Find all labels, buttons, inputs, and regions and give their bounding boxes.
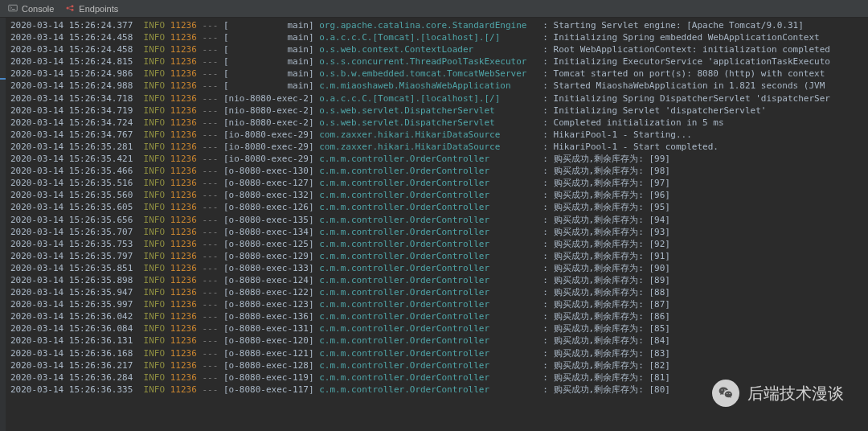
log-line: 2020-03-14 15:26:35.707 INFO 11236 --- [… xyxy=(10,226,868,238)
console-output[interactable]: 2020-03-14 15:26:24.377 INFO 11236 --- [… xyxy=(6,18,868,431)
log-line: 2020-03-14 15:26:36.042 INFO 11236 --- [… xyxy=(10,310,868,322)
svg-point-1 xyxy=(67,6,69,9)
tab-console[interactable]: Console xyxy=(8,3,54,14)
log-line: 2020-03-14 15:26:36.168 INFO 11236 --- [… xyxy=(10,347,868,359)
log-line: 2020-03-14 15:26:34.719 INFO 11236 --- [… xyxy=(10,105,868,117)
log-line: 2020-03-14 15:26:35.947 INFO 11236 --- [… xyxy=(10,286,868,298)
log-line: 2020-03-14 15:26:34.724 INFO 11236 --- [… xyxy=(10,117,868,129)
svg-point-2 xyxy=(72,5,74,7)
log-line: 2020-03-14 15:26:36.217 INFO 11236 --- [… xyxy=(10,359,868,371)
log-line: 2020-03-14 15:26:34.767 INFO 11236 --- [… xyxy=(10,129,868,141)
log-line: 2020-03-14 15:26:35.560 INFO 11236 --- [… xyxy=(10,189,868,201)
log-line: 2020-03-14 15:26:35.605 INFO 11236 --- [… xyxy=(10,201,868,213)
log-line: 2020-03-14 15:26:24.986 INFO 11236 --- [… xyxy=(10,68,868,80)
log-line: 2020-03-14 15:26:36.284 INFO 11236 --- [… xyxy=(10,371,868,384)
log-line: 2020-03-14 15:26:35.851 INFO 11236 --- [… xyxy=(10,262,868,274)
log-line: 2020-03-14 15:26:35.421 INFO 11236 --- [… xyxy=(10,153,868,165)
log-line: 2020-03-14 15:26:36.084 INFO 11236 --- [… xyxy=(10,322,868,335)
tab-console-label: Console xyxy=(22,4,54,14)
log-line: 2020-03-14 15:26:35.797 INFO 11236 --- [… xyxy=(10,250,868,262)
log-line: 2020-03-14 15:26:24.988 INFO 11236 --- [… xyxy=(10,80,868,92)
log-line: 2020-03-14 15:26:24.377 INFO 11236 --- [… xyxy=(10,19,868,31)
console-icon xyxy=(8,3,18,14)
log-line: 2020-03-14 15:26:35.898 INFO 11236 --- [… xyxy=(10,274,868,286)
gutter-marker xyxy=(0,78,6,80)
log-line: 2020-03-14 15:26:24.815 INFO 11236 --- [… xyxy=(10,55,868,68)
log-line: 2020-03-14 15:26:35.997 INFO 11236 --- [… xyxy=(10,298,868,310)
log-line: 2020-03-14 15:26:35.466 INFO 11236 --- [… xyxy=(10,165,868,177)
log-line: 2020-03-14 15:26:34.718 INFO 11236 --- [… xyxy=(10,92,868,105)
endpoints-icon xyxy=(65,3,75,14)
tab-endpoints-label: Endpoints xyxy=(79,4,118,14)
tool-window-tabbar: Console Endpoints xyxy=(0,0,868,18)
log-line: 2020-03-14 15:26:35.656 INFO 11236 --- [… xyxy=(10,214,868,226)
log-line: 2020-03-14 15:26:35.516 INFO 11236 --- [… xyxy=(10,177,868,189)
svg-rect-0 xyxy=(9,5,18,11)
tab-endpoints[interactable]: Endpoints xyxy=(65,3,118,14)
log-line: 2020-03-14 15:26:24.458 INFO 11236 --- [… xyxy=(10,31,868,43)
log-line: 2020-03-14 15:26:35.753 INFO 11236 --- [… xyxy=(10,238,868,250)
log-line: 2020-03-14 15:26:36.131 INFO 11236 --- [… xyxy=(10,335,868,347)
editor-gutter xyxy=(0,18,6,431)
log-line: 2020-03-14 15:26:36.335 INFO 11236 --- [… xyxy=(10,384,868,396)
log-line: 2020-03-14 15:26:35.281 INFO 11236 --- [… xyxy=(10,141,868,153)
log-line: 2020-03-14 15:26:24.458 INFO 11236 --- [… xyxy=(10,43,868,55)
svg-point-3 xyxy=(72,8,74,10)
